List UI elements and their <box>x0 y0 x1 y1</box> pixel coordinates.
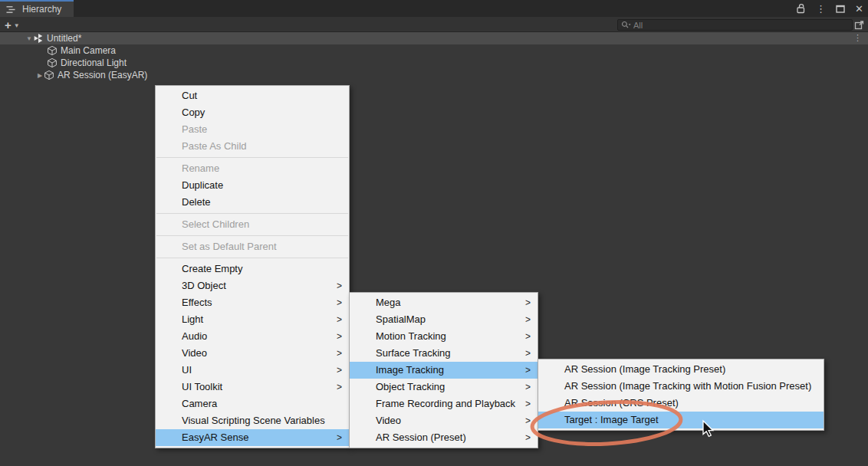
menu-item-label: Delete <box>182 196 211 208</box>
submenu-arrow-icon: > <box>337 328 342 345</box>
scene-options-icon[interactable]: ⋮ <box>853 33 862 43</box>
menu-item-cut[interactable]: Cut <box>156 87 349 104</box>
tab-hierarchy[interactable]: Hierarchy <box>0 0 74 17</box>
scene-label: Untitled* <box>47 33 81 44</box>
tree-row-ar-session[interactable]: ▶ AR Session (EasyAR) <box>0 69 868 81</box>
menu-item-delete[interactable]: Delete <box>156 194 349 211</box>
menu-item-label: 3D Object <box>182 280 226 291</box>
close-icon[interactable]: ✕ <box>855 4 863 14</box>
menu-item-label: Copy <box>182 107 205 118</box>
menu-item-label: AR Session (Preset) <box>376 432 466 443</box>
menu-item-camera[interactable]: Camera <box>156 395 349 412</box>
menu-item-label: Cut <box>182 90 197 101</box>
menu-item-ar-session-preset[interactable]: AR Session (Preset)> <box>350 429 538 446</box>
submenu-arrow-icon: > <box>525 345 531 362</box>
submenu-arrow-icon: > <box>337 277 342 294</box>
foldout-expanded-icon[interactable]: ▼ <box>25 35 33 42</box>
tree-item-label: AR Session (EasyAR) <box>58 70 147 80</box>
image-tracking-submenu: AR Session (Image Tracking Preset)AR Ses… <box>538 359 824 431</box>
menu-item-easyar-sense[interactable]: EasyAR Sense> <box>156 429 349 446</box>
menu-item-select-children: Select Children <box>156 216 349 233</box>
plus-icon: + <box>5 18 12 31</box>
foldout-collapsed-icon[interactable]: ▶ <box>36 72 44 79</box>
menu-item-label: Set as Default Parent <box>182 241 277 252</box>
gameobject-cube-icon <box>44 70 54 80</box>
submenu-arrow-icon: > <box>337 429 342 446</box>
search-input[interactable] <box>633 21 849 30</box>
submenu-arrow-icon: > <box>525 429 531 446</box>
menu-item-label: Object Tracking <box>376 381 445 392</box>
menu-item-label: SpatialMap <box>376 313 426 325</box>
scene-row-untitled[interactable]: ▼ Untitled* ⋮ <box>0 32 868 44</box>
menu-item-object-tracking[interactable]: Object Tracking> <box>350 379 538 395</box>
gameobject-cube-icon <box>47 45 58 56</box>
open-search-window-icon[interactable] <box>853 19 865 31</box>
menu-item-label: Select Children <box>182 218 249 230</box>
menu-item-ar-session-image-tracking-with-motion-fusion-preset[interactable]: AR Session (Image Tracking with Motion F… <box>538 378 824 395</box>
gameobject-cube-icon <box>47 57 58 68</box>
menu-separator <box>156 213 348 214</box>
menu-item-motion-tracking[interactable]: Motion Tracking> <box>350 328 538 345</box>
menu-item-label: Motion Tracking <box>376 330 446 342</box>
submenu-arrow-icon: > <box>525 294 531 311</box>
menu-item-label: AR Session (Image Tracking with Motion F… <box>564 380 811 392</box>
menu-item-mega[interactable]: Mega> <box>350 294 538 311</box>
menu-item-copy[interactable]: Copy <box>156 104 349 121</box>
submenu-arrow-icon: > <box>525 328 531 345</box>
menu-item-audio[interactable]: Audio> <box>156 328 349 345</box>
menu-item-surface-tracking[interactable]: Surface Tracking> <box>350 345 538 362</box>
menu-item-label: Light <box>182 313 203 325</box>
menu-item-ar-session-crs-preset[interactable]: AR Session (CRS Preset) <box>538 395 824 412</box>
tab-title: Hierarchy <box>22 4 61 15</box>
window-menu-icon[interactable]: ⋮ <box>816 4 826 14</box>
search-icon <box>621 21 631 29</box>
submenu-arrow-icon: > <box>525 395 531 412</box>
tree-item-label: Directional Light <box>61 57 127 68</box>
hierarchy-toolbar: + ▼ <box>0 17 868 32</box>
menu-item-label: Video <box>182 347 207 359</box>
tree-row-main-camera[interactable]: Main Camera <box>0 44 868 57</box>
menu-item-frame-recording-and-playback[interactable]: Frame Recording and Playback> <box>350 395 538 412</box>
menu-item-paste-as-child: Paste As Child <box>156 138 349 155</box>
menu-item-label: Target : Image Target <box>564 414 659 425</box>
unlock-icon[interactable] <box>796 3 806 14</box>
submenu-arrow-icon: > <box>337 379 342 395</box>
menu-item-label: Surface Tracking <box>376 347 451 359</box>
menu-item-video[interactable]: Video> <box>156 345 349 362</box>
maximize-icon[interactable] <box>836 5 845 13</box>
create-object-button[interactable]: + ▼ <box>5 18 20 31</box>
menu-item-visual-scripting-scene-variables[interactable]: Visual Scripting Scene Variables <box>156 412 349 429</box>
menu-item-light[interactable]: Light> <box>156 311 349 328</box>
tree-row-directional-light[interactable]: Directional Light <box>0 57 868 69</box>
menu-item-label: AR Session (CRS Preset) <box>564 397 679 409</box>
menu-item-label: Mega <box>376 297 401 308</box>
menu-item-effects[interactable]: Effects> <box>156 294 349 311</box>
menu-item-spatialmap[interactable]: SpatialMap> <box>350 311 538 328</box>
menu-item-label: Rename <box>182 162 219 174</box>
submenu-arrow-icon: > <box>337 345 342 362</box>
menu-item-label: Paste As Child <box>182 140 247 152</box>
menu-item-ui[interactable]: UI> <box>156 362 349 379</box>
menu-item-target-image-target[interactable]: Target : Image Target <box>538 412 824 428</box>
submenu-arrow-icon: > <box>525 379 531 395</box>
menu-item-label: Duplicate <box>182 179 223 191</box>
menu-item-label: Effects <box>182 297 212 308</box>
menu-item-ui-toolkit[interactable]: UI Toolkit> <box>156 379 349 395</box>
submenu-arrow-icon: > <box>525 362 531 379</box>
menu-item-ar-session-image-tracking-preset[interactable]: AR Session (Image Tracking Preset) <box>538 361 824 378</box>
menu-separator <box>156 235 348 236</box>
hierarchy-search[interactable] <box>617 19 853 31</box>
menu-item-create-empty[interactable]: Create Empty <box>156 261 349 277</box>
hierarchy-icon <box>5 5 15 15</box>
menu-item-label: Create Empty <box>182 263 242 274</box>
menu-item-label: Paste <box>182 123 207 135</box>
submenu-arrow-icon: > <box>337 362 342 379</box>
menu-item-label: Visual Scripting Scene Variables <box>182 415 325 426</box>
menu-item-duplicate[interactable]: Duplicate <box>156 177 349 194</box>
menu-item-3d-object[interactable]: 3D Object> <box>156 277 349 294</box>
tree-item-label: Main Camera <box>61 45 116 56</box>
menu-item-image-tracking[interactable]: Image Tracking> <box>350 362 538 379</box>
menu-item-label: Image Tracking <box>376 364 444 376</box>
menu-item-video[interactable]: Video> <box>350 412 538 429</box>
menu-item-paste: Paste <box>156 121 349 138</box>
